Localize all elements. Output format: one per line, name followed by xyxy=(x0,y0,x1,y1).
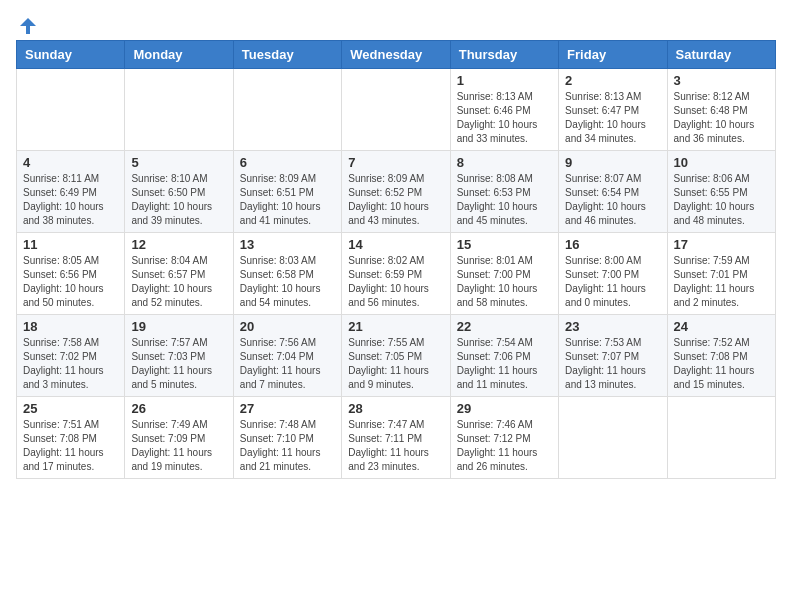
calendar-cell xyxy=(667,397,775,479)
calendar-cell: 10Sunrise: 8:06 AMSunset: 6:55 PMDayligh… xyxy=(667,151,775,233)
calendar-table: SundayMondayTuesdayWednesdayThursdayFrid… xyxy=(16,40,776,479)
weekday-header-monday: Monday xyxy=(125,41,233,69)
day-info: Sunrise: 8:09 AMSunset: 6:52 PMDaylight:… xyxy=(348,172,443,228)
day-number: 22 xyxy=(457,319,552,334)
day-number: 13 xyxy=(240,237,335,252)
calendar-cell: 1Sunrise: 8:13 AMSunset: 6:46 PMDaylight… xyxy=(450,69,558,151)
calendar-cell: 23Sunrise: 7:53 AMSunset: 7:07 PMDayligh… xyxy=(559,315,667,397)
day-number: 6 xyxy=(240,155,335,170)
weekday-header-friday: Friday xyxy=(559,41,667,69)
day-info: Sunrise: 7:53 AMSunset: 7:07 PMDaylight:… xyxy=(565,336,660,392)
calendar-cell xyxy=(125,69,233,151)
day-info: Sunrise: 8:05 AMSunset: 6:56 PMDaylight:… xyxy=(23,254,118,310)
day-info: Sunrise: 7:57 AMSunset: 7:03 PMDaylight:… xyxy=(131,336,226,392)
calendar-cell: 5Sunrise: 8:10 AMSunset: 6:50 PMDaylight… xyxy=(125,151,233,233)
day-info: Sunrise: 8:13 AMSunset: 6:47 PMDaylight:… xyxy=(565,90,660,146)
day-number: 1 xyxy=(457,73,552,88)
calendar-week-4: 18Sunrise: 7:58 AMSunset: 7:02 PMDayligh… xyxy=(17,315,776,397)
calendar-week-3: 11Sunrise: 8:05 AMSunset: 6:56 PMDayligh… xyxy=(17,233,776,315)
weekday-header-sunday: Sunday xyxy=(17,41,125,69)
day-number: 27 xyxy=(240,401,335,416)
day-number: 14 xyxy=(348,237,443,252)
day-number: 10 xyxy=(674,155,769,170)
day-info: Sunrise: 8:12 AMSunset: 6:48 PMDaylight:… xyxy=(674,90,769,146)
day-info: Sunrise: 8:09 AMSunset: 6:51 PMDaylight:… xyxy=(240,172,335,228)
day-number: 12 xyxy=(131,237,226,252)
day-number: 15 xyxy=(457,237,552,252)
calendar-week-5: 25Sunrise: 7:51 AMSunset: 7:08 PMDayligh… xyxy=(17,397,776,479)
day-info: Sunrise: 7:56 AMSunset: 7:04 PMDaylight:… xyxy=(240,336,335,392)
calendar-cell: 15Sunrise: 8:01 AMSunset: 7:00 PMDayligh… xyxy=(450,233,558,315)
calendar-cell: 2Sunrise: 8:13 AMSunset: 6:47 PMDaylight… xyxy=(559,69,667,151)
day-info: Sunrise: 7:47 AMSunset: 7:11 PMDaylight:… xyxy=(348,418,443,474)
calendar-cell: 26Sunrise: 7:49 AMSunset: 7:09 PMDayligh… xyxy=(125,397,233,479)
day-number: 26 xyxy=(131,401,226,416)
day-number: 18 xyxy=(23,319,118,334)
day-number: 17 xyxy=(674,237,769,252)
day-info: Sunrise: 7:48 AMSunset: 7:10 PMDaylight:… xyxy=(240,418,335,474)
logo-icon xyxy=(18,16,38,36)
day-info: Sunrise: 7:58 AMSunset: 7:02 PMDaylight:… xyxy=(23,336,118,392)
day-info: Sunrise: 7:49 AMSunset: 7:09 PMDaylight:… xyxy=(131,418,226,474)
day-number: 21 xyxy=(348,319,443,334)
calendar-cell: 14Sunrise: 8:02 AMSunset: 6:59 PMDayligh… xyxy=(342,233,450,315)
day-number: 29 xyxy=(457,401,552,416)
day-number: 25 xyxy=(23,401,118,416)
day-info: Sunrise: 8:13 AMSunset: 6:46 PMDaylight:… xyxy=(457,90,552,146)
day-info: Sunrise: 8:07 AMSunset: 6:54 PMDaylight:… xyxy=(565,172,660,228)
day-number: 11 xyxy=(23,237,118,252)
calendar-cell: 22Sunrise: 7:54 AMSunset: 7:06 PMDayligh… xyxy=(450,315,558,397)
day-number: 9 xyxy=(565,155,660,170)
day-info: Sunrise: 8:11 AMSunset: 6:49 PMDaylight:… xyxy=(23,172,118,228)
calendar-cell: 7Sunrise: 8:09 AMSunset: 6:52 PMDaylight… xyxy=(342,151,450,233)
day-number: 7 xyxy=(348,155,443,170)
calendar-cell: 20Sunrise: 7:56 AMSunset: 7:04 PMDayligh… xyxy=(233,315,341,397)
logo xyxy=(16,16,38,28)
calendar-week-1: 1Sunrise: 8:13 AMSunset: 6:46 PMDaylight… xyxy=(17,69,776,151)
calendar-cell: 4Sunrise: 8:11 AMSunset: 6:49 PMDaylight… xyxy=(17,151,125,233)
weekday-header-tuesday: Tuesday xyxy=(233,41,341,69)
calendar-cell xyxy=(342,69,450,151)
page-header xyxy=(16,16,776,28)
day-info: Sunrise: 7:59 AMSunset: 7:01 PMDaylight:… xyxy=(674,254,769,310)
calendar-cell: 11Sunrise: 8:05 AMSunset: 6:56 PMDayligh… xyxy=(17,233,125,315)
calendar-cell: 16Sunrise: 8:00 AMSunset: 7:00 PMDayligh… xyxy=(559,233,667,315)
calendar-cell: 27Sunrise: 7:48 AMSunset: 7:10 PMDayligh… xyxy=(233,397,341,479)
weekday-header-row: SundayMondayTuesdayWednesdayThursdayFrid… xyxy=(17,41,776,69)
day-info: Sunrise: 8:06 AMSunset: 6:55 PMDaylight:… xyxy=(674,172,769,228)
weekday-header-wednesday: Wednesday xyxy=(342,41,450,69)
day-info: Sunrise: 8:00 AMSunset: 7:00 PMDaylight:… xyxy=(565,254,660,310)
calendar-cell: 21Sunrise: 7:55 AMSunset: 7:05 PMDayligh… xyxy=(342,315,450,397)
weekday-header-saturday: Saturday xyxy=(667,41,775,69)
day-info: Sunrise: 7:51 AMSunset: 7:08 PMDaylight:… xyxy=(23,418,118,474)
day-info: Sunrise: 8:04 AMSunset: 6:57 PMDaylight:… xyxy=(131,254,226,310)
day-info: Sunrise: 7:52 AMSunset: 7:08 PMDaylight:… xyxy=(674,336,769,392)
calendar-cell: 13Sunrise: 8:03 AMSunset: 6:58 PMDayligh… xyxy=(233,233,341,315)
weekday-header-thursday: Thursday xyxy=(450,41,558,69)
day-info: Sunrise: 7:55 AMSunset: 7:05 PMDaylight:… xyxy=(348,336,443,392)
calendar-cell: 12Sunrise: 8:04 AMSunset: 6:57 PMDayligh… xyxy=(125,233,233,315)
calendar-cell: 3Sunrise: 8:12 AMSunset: 6:48 PMDaylight… xyxy=(667,69,775,151)
calendar-cell: 8Sunrise: 8:08 AMSunset: 6:53 PMDaylight… xyxy=(450,151,558,233)
calendar-cell xyxy=(559,397,667,479)
calendar-cell: 24Sunrise: 7:52 AMSunset: 7:08 PMDayligh… xyxy=(667,315,775,397)
calendar-cell: 28Sunrise: 7:47 AMSunset: 7:11 PMDayligh… xyxy=(342,397,450,479)
day-info: Sunrise: 8:03 AMSunset: 6:58 PMDaylight:… xyxy=(240,254,335,310)
day-number: 23 xyxy=(565,319,660,334)
day-info: Sunrise: 8:01 AMSunset: 7:00 PMDaylight:… xyxy=(457,254,552,310)
day-number: 28 xyxy=(348,401,443,416)
calendar-cell: 25Sunrise: 7:51 AMSunset: 7:08 PMDayligh… xyxy=(17,397,125,479)
calendar-week-2: 4Sunrise: 8:11 AMSunset: 6:49 PMDaylight… xyxy=(17,151,776,233)
calendar-cell: 18Sunrise: 7:58 AMSunset: 7:02 PMDayligh… xyxy=(17,315,125,397)
day-info: Sunrise: 7:46 AMSunset: 7:12 PMDaylight:… xyxy=(457,418,552,474)
calendar-cell: 17Sunrise: 7:59 AMSunset: 7:01 PMDayligh… xyxy=(667,233,775,315)
day-number: 2 xyxy=(565,73,660,88)
day-number: 4 xyxy=(23,155,118,170)
calendar-cell xyxy=(233,69,341,151)
day-number: 8 xyxy=(457,155,552,170)
calendar-body: 1Sunrise: 8:13 AMSunset: 6:46 PMDaylight… xyxy=(17,69,776,479)
day-number: 24 xyxy=(674,319,769,334)
calendar-cell: 6Sunrise: 8:09 AMSunset: 6:51 PMDaylight… xyxy=(233,151,341,233)
day-number: 19 xyxy=(131,319,226,334)
calendar-cell xyxy=(17,69,125,151)
